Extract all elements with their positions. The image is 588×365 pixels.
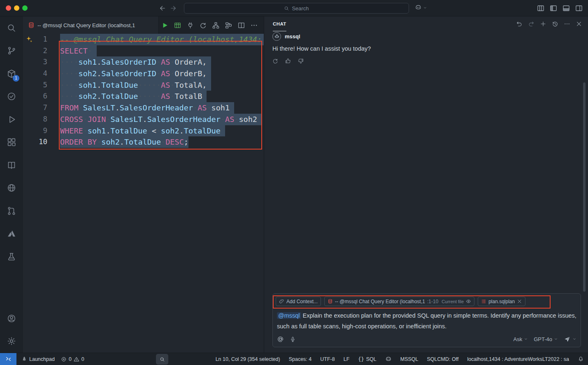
activity-item-testing[interactable] <box>0 85 23 108</box>
status-bar: Launchpad 0 0 Ln 10, Col 29 (354 selecte… <box>0 353 588 365</box>
status-encoding[interactable]: UTF-8 <box>320 356 335 362</box>
line-number: 9 <box>23 125 47 137</box>
code-text: ····soh1.TotalDue·····AS·TotalA, <box>60 80 211 91</box>
code-line-6[interactable]: 6····soh2.TotalDue·····AS·TotalB <box>23 91 264 102</box>
open-results-grid-icon[interactable] <box>174 21 181 29</box>
sqlplan-chip-label: plan.sqlplan <box>488 299 515 304</box>
run-query-icon[interactable] <box>161 21 169 29</box>
code-line-8[interactable]: 8CROSS·JOIN·SalesLT.SalesOrderHeader·AS·… <box>23 114 264 125</box>
azure-icon <box>7 229 16 239</box>
paperclip-icon <box>279 299 284 304</box>
navigate-back-icon[interactable] <box>159 5 166 12</box>
code-line-3[interactable]: 3····soh1.SalesOrderID·AS·OrderA, <box>23 56 264 68</box>
close-window-button[interactable] <box>6 5 11 11</box>
context-chip-current-file[interactable]: -- @mssql Chat Query Editor (localhost,1… <box>324 297 474 306</box>
chat-prompt-input[interactable]: @mssql Explain the execution plan for th… <box>277 310 577 332</box>
activity-item-azure[interactable] <box>0 222 23 246</box>
activity-item-database-projects[interactable] <box>0 245 23 268</box>
status-cursor-position[interactable]: Ln 10, Col 29 (354 selected) <box>216 356 280 362</box>
chat-input-box[interactable]: Add Context... -- @mssql Chat Query Edit… <box>272 293 581 347</box>
copilot-menu-button[interactable] <box>415 4 427 11</box>
chat-undo-icon[interactable] <box>516 21 523 27</box>
activity-item-settings[interactable] <box>0 330 23 353</box>
status-mssql[interactable]: MSSQL <box>400 356 418 362</box>
chat-scrollbar[interactable] <box>583 82 586 292</box>
extensions-icon <box>7 137 16 147</box>
thumbs-down-icon[interactable] <box>297 58 304 64</box>
mssql-robot-avatar <box>272 32 281 41</box>
activity-item-extensions[interactable] <box>0 131 23 154</box>
toggle-panel-icon[interactable] <box>562 4 570 12</box>
code-line-9[interactable]: 9WHERE·soh1.TotalDue·<·soh2.TotalDue <box>23 125 264 137</box>
activity-item-source-control[interactable] <box>0 40 23 63</box>
code-line-5[interactable]: 5····soh1.TotalDue·····AS·TotalA, <box>23 80 264 91</box>
activity-item-accounts[interactable] <box>0 307 23 330</box>
status-launchpad[interactable]: Launchpad <box>21 356 55 362</box>
microphone-icon[interactable] <box>290 336 296 342</box>
source-control-icon <box>7 46 16 56</box>
more-actions-icon[interactable] <box>250 21 258 29</box>
chat-new-chat-icon[interactable] <box>540 21 546 27</box>
code-editor[interactable]: 1--·@mssql·Chat·Query·Editor·(localhost,… <box>23 34 264 353</box>
add-context-button[interactable]: Add Context... <box>276 297 321 306</box>
status-copilot[interactable] <box>385 356 392 363</box>
split-editor-icon[interactable] <box>237 21 245 29</box>
change-connection-icon[interactable] <box>199 21 207 29</box>
notebooks-icon <box>7 160 16 170</box>
status-sqlcmd[interactable]: SQLCMD: Off <box>427 356 459 362</box>
chevron-down-icon <box>524 337 528 341</box>
context-chip-sqlplan[interactable]: plan.sqlplan <box>478 297 525 306</box>
code-line-10[interactable]: 10ORDER·BY·soh2.TotalDue·DESC; <box>23 136 264 148</box>
command-search-input[interactable]: Search <box>184 3 409 14</box>
navigate-forward-icon[interactable] <box>170 5 177 12</box>
code-line-1[interactable]: 1--·@mssql·Chat·Query·Editor·(localhost,… <box>23 34 264 45</box>
mode-selector[interactable]: Ask <box>514 336 528 342</box>
code-line-2[interactable]: 2SELECT· <box>23 45 264 57</box>
regenerate-icon[interactable] <box>272 58 279 64</box>
model-selector[interactable]: GPT-4o <box>534 336 558 342</box>
errors-icon <box>61 356 67 362</box>
schema-designer-icon[interactable] <box>225 21 232 29</box>
tab-query-editor[interactable]: -- @mssql Chat Query Editor (localhost,1 <box>23 16 159 34</box>
chat-more-icon[interactable] <box>564 21 570 27</box>
line-number: 5 <box>23 80 47 91</box>
remote-indicator[interactable] <box>0 353 16 365</box>
chat-panel: CHAT mssql Hi there! How can I assist yo… <box>264 16 588 353</box>
chat-history-icon[interactable] <box>552 21 558 27</box>
activity-item-pull-requests[interactable] <box>0 199 23 222</box>
customize-layout-icon[interactable] <box>537 4 545 12</box>
schema-visualize-icon[interactable] <box>212 21 220 29</box>
copilot-sparkle-icon[interactable] <box>25 35 33 43</box>
chat-message-text: Hi there! How can I assist you today? <box>272 45 371 52</box>
toggle-secondary-sidebar-icon[interactable] <box>575 4 583 12</box>
activity-item-notebooks[interactable] <box>0 154 23 177</box>
chat-redo-icon[interactable] <box>528 21 535 27</box>
code-text: ····soh2.TotalDue·····AS·TotalB <box>60 91 207 102</box>
status-eol[interactable]: LF <box>344 356 350 362</box>
maximize-window-button[interactable] <box>22 5 28 11</box>
tab-chat[interactable]: CHAT <box>273 16 286 31</box>
code-line-4[interactable]: 4····soh2.SalesOrderID·AS·OrderB, <box>23 68 264 80</box>
connect-icon[interactable] <box>186 21 194 29</box>
mention-context-icon[interactable] <box>277 336 284 343</box>
database-icon <box>28 22 35 28</box>
activity-item-remote-explorer[interactable]: 1 <box>0 62 23 85</box>
thumbs-up-icon[interactable] <box>285 58 291 64</box>
activity-item-search[interactable] <box>0 16 23 40</box>
mssql-mention-chip: @mssql <box>277 312 301 319</box>
status-indentation[interactable]: Spaces: 4 <box>289 356 312 362</box>
chevron-down-icon <box>423 6 427 10</box>
send-button[interactable] <box>564 336 576 343</box>
code-text: WHERE·soh1.TotalDue·<·soh2.TotalDue <box>60 125 225 137</box>
minimize-window-button[interactable] <box>14 5 19 11</box>
code-line-7[interactable]: 7FROM·SalesLT.SalesOrderHeader·AS·soh1 <box>23 102 264 114</box>
zoom-indicator[interactable] <box>156 354 168 365</box>
status-connection[interactable]: localhost,1434 : AdventureWorksLT2022 : … <box>467 356 569 362</box>
status-language-mode[interactable]: {} SQL <box>358 356 376 362</box>
toggle-primary-sidebar-icon[interactable] <box>549 4 558 12</box>
activity-item-run-and-debug[interactable] <box>0 108 23 131</box>
notifications-bell-icon[interactable] <box>578 356 584 362</box>
chat-close-icon[interactable] <box>576 21 582 27</box>
activity-item-github[interactable] <box>0 177 23 200</box>
status-problems[interactable]: 0 0 <box>61 356 84 362</box>
